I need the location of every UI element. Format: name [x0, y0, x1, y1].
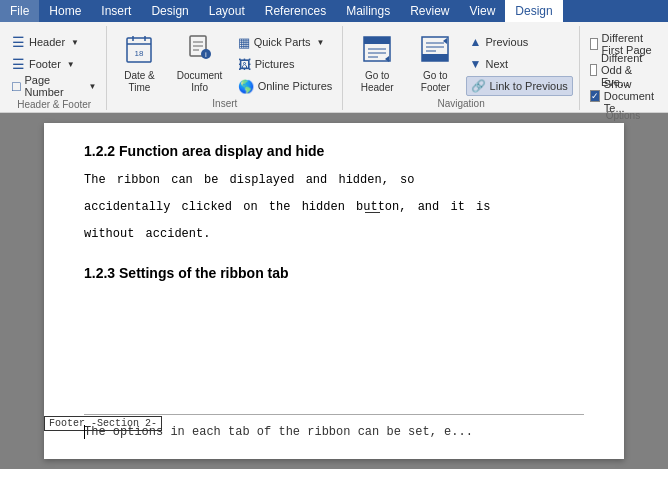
menu-file[interactable]: File — [0, 0, 39, 22]
next-icon: ▼ — [470, 57, 482, 71]
paragraph-2: accidentally clicked on the hidden butto… — [84, 198, 584, 217]
link-icon: 🔗 — [471, 79, 486, 93]
page-number-icon: □ — [12, 78, 20, 94]
menu-view[interactable]: View — [460, 0, 506, 22]
hf-group-label: Header & Footer — [8, 97, 100, 110]
footer-text: The options in each tab of the ribbon ca… — [84, 425, 473, 439]
footer-button[interactable]: ☰ Footer ▼ — [8, 54, 100, 74]
footer-dropdown-arrow: ▼ — [67, 60, 75, 69]
goto-header-icon — [361, 32, 393, 68]
pictures-icon: 🖼 — [238, 57, 251, 72]
header-button[interactable]: ☰ Header ▼ — [8, 32, 100, 52]
header-label: Header — [29, 36, 65, 48]
goto-header-label: Go to Header — [353, 70, 401, 94]
previous-icon: ▲ — [470, 35, 482, 49]
next-label: Next — [485, 58, 508, 70]
goto-header-button[interactable]: Go to Header — [349, 30, 405, 96]
online-pictures-label: Online Pictures — [258, 80, 333, 92]
page-number-button[interactable]: □ Page Number ▼ — [8, 76, 100, 96]
menu-review[interactable]: Review — [400, 0, 459, 22]
doc-info-label: Document Info — [174, 70, 226, 94]
footer-icon: ☰ — [12, 56, 25, 72]
options-group: Different First Page Different Odd & Eve… — [580, 26, 666, 110]
menu-mailings[interactable]: Mailings — [336, 0, 400, 22]
date-time-label: Date & Time — [117, 70, 161, 94]
text-cursor — [84, 425, 85, 439]
ribbon: ☰ Header ▼ ☰ Footer ▼ □ Page Number ▼ He… — [0, 22, 668, 113]
menu-design[interactable]: Design — [141, 0, 198, 22]
pictures-button[interactable]: 🖼 Pictures — [234, 54, 337, 74]
options-group-label: Options — [590, 108, 656, 121]
goto-footer-icon — [419, 32, 451, 68]
paragraph-3: without accident. — [84, 225, 584, 244]
link-to-previous-label: Link to Previous — [490, 80, 568, 92]
previous-label: Previous — [485, 36, 528, 48]
online-pictures-icon: 🌎 — [238, 79, 254, 94]
svg-rect-12 — [364, 37, 390, 44]
menu-insert[interactable]: Insert — [91, 0, 141, 22]
online-pictures-button[interactable]: 🌎 Online Pictures — [234, 76, 337, 96]
svg-text:18: 18 — [135, 49, 144, 58]
next-button[interactable]: ▼ Next — [466, 54, 573, 74]
link-to-previous-button[interactable]: 🔗 Link to Previous — [466, 76, 573, 96]
doc-info-icon: i — [184, 32, 216, 68]
quick-parts-arrow: ▼ — [317, 38, 325, 47]
header-icon: ☰ — [12, 34, 25, 50]
show-document-text-row: ✓ Show Document Te... — [590, 86, 656, 106]
document-area: 1.2.2 Function area display and hide The… — [0, 113, 668, 469]
page-number-dropdown-arrow: ▼ — [88, 82, 96, 91]
insert-group-label: Insert — [113, 96, 336, 109]
show-document-text-checkbox[interactable]: ✓ — [590, 90, 600, 102]
quick-parts-label: Quick Parts — [254, 36, 311, 48]
menu-references[interactable]: References — [255, 0, 336, 22]
insert-group: 18 Date & Time i — [107, 26, 343, 110]
navigation-group: Go to Header Go to Footer — [343, 26, 580, 110]
navigation-group-label: Navigation — [349, 96, 573, 109]
heading-1-2-3: 1.2.3 Settings of the ribbon tab — [84, 265, 584, 281]
heading-1-2-2: 1.2.2 Function area display and hide — [84, 143, 584, 159]
footer-divider — [84, 414, 584, 415]
menu-layout[interactable]: Layout — [199, 0, 255, 22]
footer-label: Footer — [29, 58, 61, 70]
menu-design-active[interactable]: Design — [505, 0, 562, 22]
paragraph-1: The ribbon can be displayed and hidden, … — [84, 171, 584, 190]
menu-bar: File Home Insert Design Layout Reference… — [0, 0, 668, 22]
header-footer-group: ☰ Header ▼ ☰ Footer ▼ □ Page Number ▼ He… — [2, 26, 107, 110]
page-number-label: Page Number — [24, 74, 82, 98]
different-first-page-checkbox[interactable] — [590, 38, 598, 50]
goto-footer-button[interactable]: Go to Footer — [409, 30, 462, 96]
quick-parts-button[interactable]: ▦ Quick Parts ▼ — [234, 32, 337, 52]
ribbon-content: ☰ Header ▼ ☰ Footer ▼ □ Page Number ▼ He… — [0, 22, 668, 112]
different-odd-even-row: Different Odd & Eve... — [590, 60, 656, 80]
menu-home[interactable]: Home — [39, 0, 91, 22]
svg-rect-18 — [422, 54, 448, 61]
document-page: 1.2.2 Function area display and hide The… — [44, 123, 624, 459]
svg-text:i: i — [205, 50, 207, 59]
previous-button[interactable]: ▲ Previous — [466, 32, 573, 52]
pictures-label: Pictures — [255, 58, 295, 70]
different-first-page-row: Different First Page — [590, 34, 656, 54]
quick-parts-icon: ▦ — [238, 35, 250, 50]
doc-info-button[interactable]: i Document Info — [170, 30, 230, 96]
goto-footer-label: Go to Footer — [413, 70, 458, 94]
header-dropdown-arrow: ▼ — [71, 38, 79, 47]
date-time-icon: 18 — [123, 32, 155, 68]
different-odd-even-checkbox[interactable] — [590, 64, 597, 76]
date-time-button[interactable]: 18 Date & Time — [113, 30, 165, 96]
